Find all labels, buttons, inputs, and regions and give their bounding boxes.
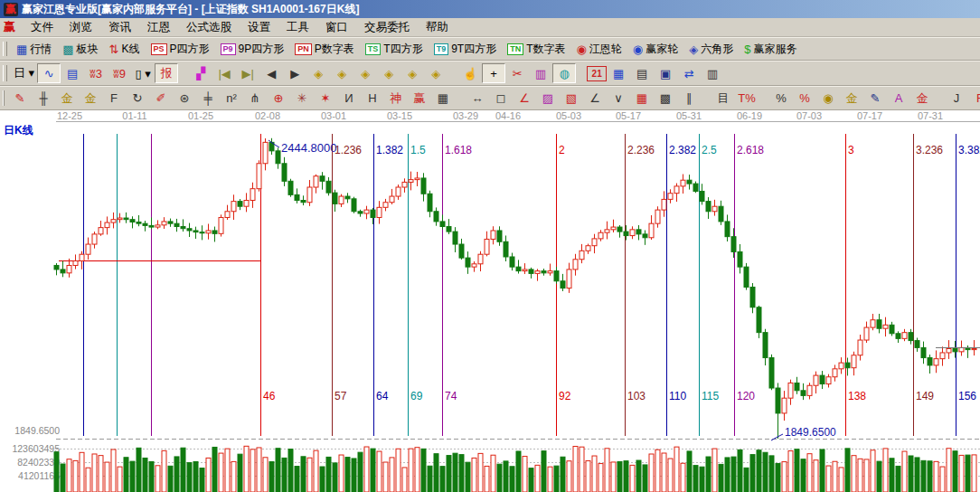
cycle-arc-icon[interactable]: ↻ <box>126 89 149 109</box>
gann-circle-icon[interactable]: ⊛ <box>173 89 196 109</box>
chart-3-icon[interactable]: ʬ3 <box>84 63 108 83</box>
menu-item-7[interactable]: 工具 <box>278 18 317 37</box>
single-candle-dropdown-icon[interactable]: ▯ ▾ <box>131 63 155 83</box>
wave-n-icon[interactable]: И <box>337 89 361 109</box>
info-document-icon[interactable]: ▤ <box>61 63 84 83</box>
gann-star-icon[interactable]: ✳ <box>290 89 314 109</box>
golden-circle-icon[interactable]: ◉ <box>816 89 840 109</box>
news-report-icon[interactable]: 报 <box>155 63 178 83</box>
menu-item-10[interactable]: 帮助 <box>418 18 457 37</box>
wave-a-icon[interactable]: A <box>887 89 910 109</box>
save-floppy-icon[interactable]: ▣ <box>654 63 677 83</box>
9p-square-button[interactable]: P99P四方形 <box>215 40 290 59</box>
timeshare-chart-icon[interactable]: ▞ <box>189 63 212 83</box>
t-percent-icon[interactable]: T% <box>735 89 759 109</box>
parallel-lines-icon[interactable]: ∥ <box>677 89 701 109</box>
ying-lines-icon[interactable]: 赢 <box>408 89 431 109</box>
angle-fan-icon[interactable]: ⋔ <box>243 89 267 109</box>
calendar-21-icon[interactable]: 21 <box>587 66 607 81</box>
spider-web-icon[interactable]: ✶ <box>314 89 337 109</box>
time-ruler-icon[interactable]: ╪ <box>196 89 220 109</box>
chart-9-icon[interactable]: ʬ9 <box>108 63 131 83</box>
winner-service-button[interactable]: $赢家服务 <box>739 40 802 59</box>
9t-square-button[interactable]: T99T四方形 <box>429 40 503 59</box>
kline-button[interactable]: ⇅K线 <box>104 40 146 59</box>
measure-width-icon[interactable]: ↔ <box>466 89 489 109</box>
gold-section-h-icon[interactable]: 金 <box>55 89 79 109</box>
menu-item-2[interactable]: 浏览 <box>61 18 100 37</box>
period-day-dropdown-icon[interactable]: 日 ▾ <box>11 63 37 83</box>
box-tool-icon[interactable]: ◻ <box>489 89 513 109</box>
f-angle-icon[interactable]: F <box>968 89 980 109</box>
angle-line-icon[interactable]: ∠ <box>583 89 607 109</box>
smart-analysis-icon[interactable]: ◍ <box>552 63 576 83</box>
last-page-icon[interactable]: ▶| <box>236 63 259 83</box>
toolbar-grip[interactable] <box>3 90 5 107</box>
menu-item-5[interactable]: 公式选股 <box>178 18 240 37</box>
crosshair-icon[interactable]: + <box>482 63 505 83</box>
next-bar-icon[interactable]: ▶ <box>283 63 306 83</box>
gann-wheel-button[interactable]: ◉江恩轮 <box>571 40 627 59</box>
diamond-left-icon[interactable]: ◈ <box>306 63 330 83</box>
prev-bar-icon[interactable]: ◀ <box>259 63 283 83</box>
diamond-all-icon[interactable]: ◈ <box>424 63 448 83</box>
candle-body <box>54 265 59 269</box>
diag-grid-icon[interactable]: ▩ <box>654 89 677 109</box>
diamond-down-icon[interactable]: ◈ <box>377 63 400 83</box>
t-number-table-button[interactable]: TNT数字表 <box>502 40 570 59</box>
menu-item-8[interactable]: 窗口 <box>317 18 356 37</box>
menu-item-6[interactable]: 设置 <box>240 18 278 37</box>
diamond-up-icon[interactable]: ◈ <box>353 63 377 83</box>
toolbar-grip[interactable] <box>3 42 7 57</box>
percent-lines-icon[interactable]: % <box>769 89 793 109</box>
menu-item-3[interactable]: 资讯 <box>100 18 139 37</box>
toolbar-grip[interactable] <box>3 65 7 81</box>
t-square-button[interactable]: TST四方形 <box>360 40 429 59</box>
channel-lines-icon[interactable]: 目 <box>711 89 735 109</box>
menu-item-1[interactable]: 文件 <box>23 18 61 37</box>
gold-section-v-icon[interactable]: 金 <box>79 89 102 109</box>
menu-item-4[interactable]: 江恩 <box>139 18 178 37</box>
percent-lines-red-icon[interactable]: % <box>793 89 816 109</box>
red-grid-icon[interactable]: ▦ <box>630 89 654 109</box>
net-update-icon[interactable]: ⇄ <box>677 63 701 83</box>
quotes-button[interactable]: ▦行情 <box>11 40 57 59</box>
square-of-nine-icon[interactable]: n² <box>220 89 243 109</box>
first-page-icon[interactable]: |◀ <box>212 63 236 83</box>
clipboard-icon[interactable]: ▥ <box>529 63 552 83</box>
volume-bar <box>73 460 78 492</box>
sectors-button[interactable]: ▩板块 <box>57 40 103 59</box>
box-diagonal-icon[interactable]: ▨ <box>536 89 560 109</box>
calculator-icon[interactable]: ▦ <box>607 63 630 83</box>
gann-fan-icon[interactable]: ∠ <box>513 89 536 109</box>
j-angle-icon[interactable]: J <box>945 89 968 109</box>
p-number-table-button[interactable]: PNP数字表 <box>289 40 360 59</box>
fibonacci-lines-icon[interactable]: F <box>102 89 126 109</box>
printer-icon[interactable]: ▥ <box>701 63 724 83</box>
quotes-label: 行情 <box>30 42 52 57</box>
pan-hand-icon[interactable]: ☝ <box>458 63 482 83</box>
draw-pen-icon[interactable]: ✎ <box>8 89 32 109</box>
erase-drawing-icon[interactable]: ✂ <box>505 63 529 83</box>
wave-chart-icon[interactable]: ∿ <box>37 63 61 83</box>
winner-wheel-button[interactable]: ◉赢家轮 <box>627 40 683 59</box>
diamond-expand-icon[interactable]: ◈ <box>400 63 424 83</box>
v-lines-icon[interactable]: ∨ <box>607 89 630 109</box>
p-square-button[interactable]: PSP四方形 <box>146 40 215 59</box>
candle-body <box>124 218 128 220</box>
circle-crosshair-icon[interactable]: ⊕ <box>267 89 290 109</box>
menu-item-9[interactable]: 交易委托 <box>356 18 418 37</box>
gann-grid-icon[interactable]: ╫ <box>32 89 55 109</box>
box-fan-icon[interactable]: ▧ <box>560 89 583 109</box>
shen-lines-icon[interactable]: 神 <box>384 89 408 109</box>
golden-lines-2-icon[interactable]: 金 <box>840 89 863 109</box>
kline-chart[interactable]: 12-2501-1101-2502-0803-0103-1503-2904-16… <box>0 110 980 492</box>
diamond-right-icon[interactable]: ◈ <box>330 63 353 83</box>
hexagon-button[interactable]: ◈六角形 <box>683 40 739 59</box>
gold-red-lines-icon[interactable]: 金 <box>910 89 934 109</box>
pen-measure-icon[interactable]: ✐ <box>149 89 173 109</box>
wave-h-icon[interactable]: Н <box>361 89 384 109</box>
notebook-icon[interactable]: ▤ <box>630 63 654 83</box>
pen-2-icon[interactable]: ✎ <box>863 89 887 109</box>
price-table-123-icon[interactable]: ▦ <box>431 89 455 109</box>
